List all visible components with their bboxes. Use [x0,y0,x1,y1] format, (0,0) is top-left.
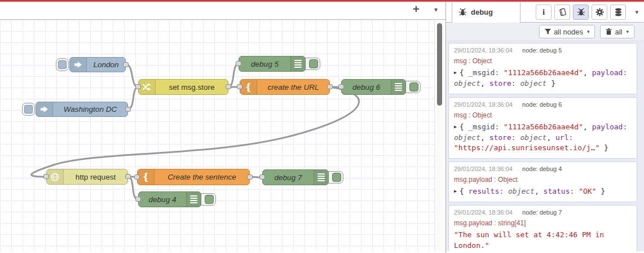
message-path: msg : Object [454,111,632,119]
json-string: "1112a566b26aae4d" [504,123,583,131]
input-port[interactable] [135,197,141,202]
node-debug7[interactable]: debug 7 [262,169,329,185]
node-debug6[interactable]: debug 6 [341,79,406,95]
filter-nodes-label: all nodes [554,28,583,36]
sidebar-menu-caret[interactable]: ▾ [635,8,638,16]
node-label: debug 7 [263,173,314,182]
inject-button-square [58,60,67,69]
canvas-scrollbar-track[interactable] [434,20,445,251]
message-meta: 29/01/2024, 18:36:04 node: debug 7 [454,209,632,216]
curly-brace-icon: { [138,169,155,185]
json-type: object [520,133,546,142]
input-port[interactable] [237,84,242,89]
json-key: results: [468,187,508,195]
input-port[interactable] [259,175,265,180]
json-text: } [546,79,555,88]
node-label: debug 4 [139,195,186,204]
wire[interactable] [126,64,138,87]
json-text: { [460,123,469,131]
sidebar-toolbar: i [536,5,626,20]
input-port[interactable] [338,84,344,89]
inject-arrow-icon [36,102,53,116]
output-port[interactable] [125,107,131,112]
message-node: node: debug 7 [522,209,562,216]
node-london[interactable]: London [69,57,126,72]
debug-message: 29/01/2024, 18:36:04 node: debug 7 msg.p… [448,205,637,251]
input-port[interactable] [43,174,49,179]
message-meta: 29/01/2024, 18:36:04 node: debug 6 [454,101,632,108]
node-label: London [87,60,125,69]
json-key: url: [555,133,573,142]
input-port[interactable] [135,84,141,89]
json-key: store: [489,133,521,142]
inject-button-washington[interactable] [22,103,35,116]
help-tab-button[interactable] [554,5,570,20]
clear-caret: ▾ [626,29,629,34]
gear-icon [596,8,604,16]
inject-button-london[interactable] [56,58,69,71]
expand-caret[interactable]: ▶ [454,189,457,194]
funnel-icon [545,29,551,35]
json-text: , [480,133,489,142]
tab-debug[interactable]: debug [452,2,521,23]
flow-canvas[interactable]: London Washington DC set msg.store deb [0,20,434,251]
output-port[interactable] [123,62,129,67]
node-label: set msg.store [156,83,228,91]
debug-toggle-square [309,59,318,68]
node-label: debug 6 [342,83,391,91]
json-string: "1112a566b26aae4d" [504,68,583,77]
context-tab-button[interactable] [610,5,626,20]
output-port[interactable] [125,174,131,179]
input-port[interactable] [236,61,241,66]
shuffle-icon [139,80,156,94]
node-washington-dc[interactable]: Washington DC [36,102,128,117]
json-text: { [460,68,469,77]
input-port[interactable] [134,175,140,180]
json-type: object [508,187,535,195]
json-text: , [583,68,592,77]
filter-caret: ▾ [587,29,590,34]
config-tab-button[interactable] [592,5,607,20]
canvas-scrollbar-thumb[interactable] [437,23,442,106]
node-debug5[interactable]: debug 5 [239,56,306,72]
curly-brace-icon: { [240,80,257,94]
wire[interactable] [32,87,359,177]
debug-list-icon [391,80,405,94]
node-http-request[interactable]: http request [46,169,128,185]
debug-toggle-square [205,195,214,204]
expand-caret[interactable]: ▶ [454,124,457,129]
output-port[interactable] [247,175,253,180]
message-body: ▶{ _msgid: "1112a566b26aae4d", payload: … [454,122,632,154]
message-path: msg : Object [454,57,632,65]
node-label: http request [64,173,127,181]
message-timestamp: 29/01/2024, 18:36:04 [454,101,513,108]
add-flow-button[interactable]: + [413,2,420,16]
info-tab-button[interactable]: i [536,5,552,20]
wire[interactable] [128,87,138,109]
debug-list-icon [290,56,305,71]
message-path: msg.payload : Object [454,176,632,184]
node-debug4[interactable]: debug 4 [138,191,201,207]
clear-messages-button[interactable]: all ▾ [600,25,634,38]
json-text: , [583,123,592,131]
filter-nodes-button[interactable]: all nodes ▾ [539,25,596,38]
output-port[interactable] [327,84,333,89]
json-type: object [454,79,480,88]
wire[interactable] [228,64,239,87]
message-node: node: debug 5 [522,47,562,54]
output-port[interactable] [226,84,231,89]
globe-icon [47,169,64,184]
node-create-the-sentence[interactable]: { Create the sentence [137,169,250,185]
node-create-the-url[interactable]: { create the URL [240,79,330,95]
debug-message: 29/01/2024, 18:36:04 node: debug 6 msg :… [448,97,637,159]
json-key: payload: [592,68,628,77]
workspace-tabbar: + ▾ [0,0,445,20]
flow-list-caret[interactable]: ▾ [434,6,438,14]
message-timestamp: 29/01/2024, 18:36:04 [454,209,513,216]
node-set-msg-store[interactable]: set msg.store [138,79,228,95]
debug-tab-button[interactable] [573,5,589,20]
json-key: _msgid: [468,68,504,77]
trash-icon [606,28,612,35]
expand-caret[interactable]: ▶ [454,70,457,75]
json-key: _msgid: [468,123,504,131]
